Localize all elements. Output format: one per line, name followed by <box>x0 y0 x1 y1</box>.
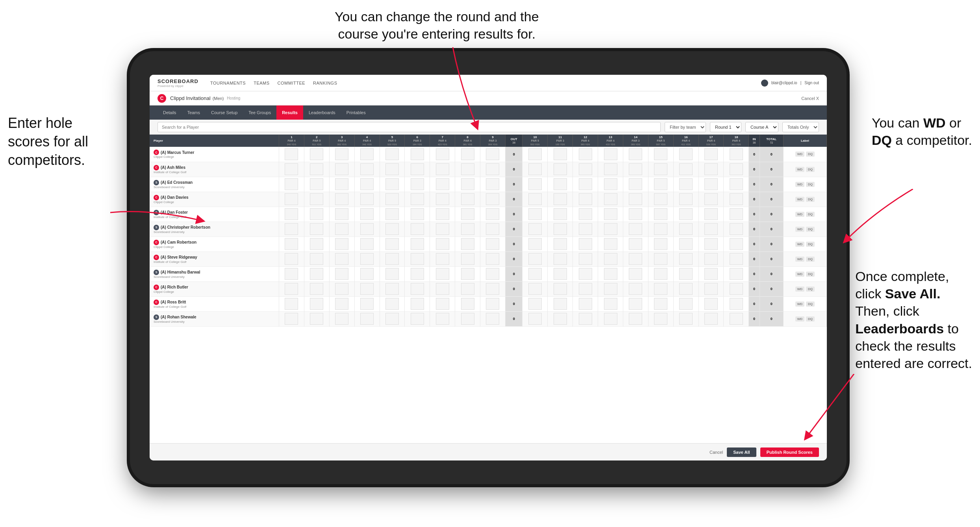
hole-17-input[interactable] <box>704 178 718 190</box>
hole-12-cell[interactable] <box>573 207 598 222</box>
hole-9-cell[interactable] <box>480 162 506 177</box>
hole-15-input[interactable] <box>654 223 667 235</box>
hole-1-input[interactable] <box>285 223 298 235</box>
hole-17-cell[interactable] <box>698 147 724 162</box>
hole-5-cell[interactable] <box>380 162 405 177</box>
hole-6-cell[interactable] <box>405 162 430 177</box>
hole-16-cell[interactable] <box>673 207 698 222</box>
hole-16-cell[interactable] <box>673 311 698 326</box>
hole-14-cell[interactable] <box>623 251 648 266</box>
hole-4-cell[interactable] <box>354 192 380 207</box>
hole-12-cell[interactable] <box>573 192 598 207</box>
hole-9-input[interactable] <box>486 193 499 205</box>
hole-18-cell[interactable] <box>724 192 749 207</box>
hole-5-input[interactable] <box>385 253 399 265</box>
hole-10-cell[interactable] <box>522 311 548 326</box>
hole-11-input[interactable] <box>554 298 567 310</box>
hole-9-cell[interactable] <box>480 251 506 266</box>
hole-15-cell[interactable] <box>648 147 673 162</box>
nav-rankings[interactable]: RANKINGS <box>313 81 337 85</box>
hole-4-input[interactable] <box>360 178 374 190</box>
hole-15-input[interactable] <box>654 253 667 265</box>
hole-2-input[interactable] <box>310 223 323 235</box>
hole-14-cell[interactable] <box>623 162 648 177</box>
hole-15-cell[interactable] <box>648 162 673 177</box>
hole-2-input[interactable] <box>310 163 323 175</box>
hole-12-cell[interactable] <box>573 177 598 192</box>
hole-7-input[interactable] <box>436 268 449 280</box>
hole-10-cell[interactable] <box>522 207 548 222</box>
hole-9-input[interactable] <box>486 298 499 310</box>
hole-15-cell[interactable] <box>648 207 673 222</box>
hole-5-input[interactable] <box>385 298 399 310</box>
hole-12-input[interactable] <box>579 268 592 280</box>
hole-12-cell[interactable] <box>573 147 598 162</box>
wd-button[interactable]: WD <box>795 197 804 202</box>
hole-3-cell[interactable] <box>329 207 354 222</box>
hole-8-input[interactable] <box>461 193 474 205</box>
hole-17-cell[interactable] <box>698 222 724 237</box>
wd-button[interactable]: WD <box>795 257 804 262</box>
hole-13-cell[interactable] <box>598 281 623 296</box>
hole-17-cell[interactable] <box>698 177 724 192</box>
hole-13-input[interactable] <box>604 163 617 175</box>
hole-10-input[interactable] <box>528 148 542 160</box>
hole-2-cell[interactable] <box>304 281 329 296</box>
hole-1-cell[interactable] <box>279 266 304 281</box>
hole-12-input[interactable] <box>579 163 592 175</box>
hole-4-cell[interactable] <box>354 237 380 251</box>
tab-teams[interactable]: Teams <box>182 105 206 120</box>
hole-18-cell[interactable] <box>724 311 749 326</box>
hole-4-cell[interactable] <box>354 177 380 192</box>
hole-12-input[interactable] <box>579 193 592 205</box>
hole-8-input[interactable] <box>461 223 474 235</box>
dq-button[interactable]: DQ <box>806 301 815 307</box>
hole-18-input[interactable] <box>730 148 743 160</box>
hole-17-cell[interactable] <box>698 237 724 251</box>
hole-10-cell[interactable] <box>522 177 548 192</box>
hole-1-cell[interactable] <box>279 222 304 237</box>
save-all-button[interactable]: Save All <box>727 447 756 457</box>
wd-button[interactable]: WD <box>795 242 804 247</box>
hole-2-input[interactable] <box>310 253 323 265</box>
hole-3-input[interactable] <box>335 163 348 175</box>
hole-18-cell[interactable] <box>724 281 749 296</box>
tab-details[interactable]: Details <box>157 105 182 120</box>
hole-2-cell[interactable] <box>304 207 329 222</box>
hole-10-input[interactable] <box>528 253 542 265</box>
tab-tee-groups[interactable]: Tee Groups <box>243 105 276 120</box>
hole-6-input[interactable] <box>411 253 424 265</box>
sign-out-link[interactable]: Sign out <box>804 81 819 85</box>
hole-2-input[interactable] <box>310 208 323 220</box>
hole-9-cell[interactable] <box>480 192 506 207</box>
hole-15-input[interactable] <box>654 238 667 250</box>
hole-4-input[interactable] <box>360 193 374 205</box>
hole-14-input[interactable] <box>629 193 642 205</box>
hole-1-input[interactable] <box>285 283 298 295</box>
hole-18-input[interactable] <box>730 163 743 175</box>
hole-12-input[interactable] <box>579 313 592 325</box>
hole-1-cell[interactable] <box>279 281 304 296</box>
round-select[interactable]: Round 1 Round 2 Round 3 Round 4 <box>710 122 741 132</box>
hole-11-cell[interactable] <box>548 266 573 281</box>
hole-11-cell[interactable] <box>548 296 573 311</box>
hole-15-cell[interactable] <box>648 296 673 311</box>
hole-3-input[interactable] <box>335 178 348 190</box>
hole-3-input[interactable] <box>335 283 348 295</box>
hole-11-cell[interactable] <box>548 251 573 266</box>
hole-2-cell[interactable] <box>304 222 329 237</box>
dq-button[interactable]: DQ <box>806 242 815 247</box>
hole-1-cell[interactable] <box>279 237 304 251</box>
hole-17-input[interactable] <box>704 163 718 175</box>
hole-11-cell[interactable] <box>548 222 573 237</box>
hole-1-cell[interactable] <box>279 192 304 207</box>
hole-7-input[interactable] <box>436 208 449 220</box>
hole-4-cell[interactable] <box>354 222 380 237</box>
hole-5-cell[interactable] <box>380 311 405 326</box>
hole-3-cell[interactable] <box>329 162 354 177</box>
hole-3-input[interactable] <box>335 238 348 250</box>
wd-button[interactable]: WD <box>795 152 804 157</box>
hole-2-input[interactable] <box>310 313 323 325</box>
hole-9-cell[interactable] <box>480 207 506 222</box>
hole-14-cell[interactable] <box>623 207 648 222</box>
